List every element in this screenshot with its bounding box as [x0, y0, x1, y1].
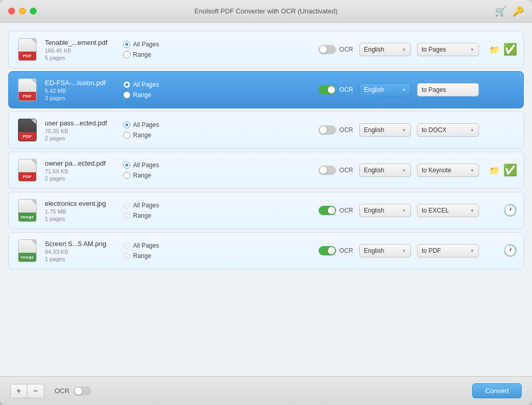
ocr-toggle[interactable] — [319, 45, 336, 54]
minimize-button[interactable] — [19, 8, 26, 14]
all-pages-radio[interactable]: All Pages — [123, 202, 170, 209]
range-radio[interactable]: Range — [123, 51, 170, 58]
language-dropdown-arrow: ▼ — [402, 208, 406, 213]
titlebar-actions: 🛒 🔑 — [495, 6, 524, 17]
range-radio-btn[interactable] — [123, 172, 130, 179]
file-type-icon: PDF — [18, 38, 37, 61]
language-dropdown[interactable]: English ▼ — [359, 123, 411, 137]
language-dropdown[interactable]: English ▼ — [359, 204, 411, 217]
all-pages-radio-btn[interactable] — [123, 242, 130, 249]
range-radio[interactable]: Range — [123, 252, 170, 260]
ocr-toggle[interactable] — [319, 125, 336, 135]
bottom-ocr-toggle[interactable] — [74, 386, 91, 396]
action-icons: 🕐 — [485, 245, 516, 257]
window-title: Enolsoft PDF Converter with OCR (Unactiv… — [194, 7, 337, 15]
language-dropdown[interactable]: English ▼ — [359, 244, 411, 257]
key-icon[interactable]: 🔑 — [512, 6, 524, 17]
file-row[interactable]: Image electronics event.jpg 1.75 MB 1 pa… — [8, 192, 524, 229]
file-row[interactable]: PDF user pass...ected.pdf 70.35 KB 2 pag… — [8, 111, 524, 149]
file-size: 1.75 MB — [45, 208, 117, 215]
clock-icon[interactable]: 🕐 — [504, 204, 516, 217]
all-pages-label: All Pages — [133, 81, 159, 88]
range-radio[interactable]: Range — [123, 91, 170, 99]
all-pages-radio-btn[interactable] — [123, 121, 130, 128]
file-icon-label: Image — [21, 255, 34, 260]
all-pages-radio[interactable]: All Pages — [123, 242, 170, 249]
file-icon-label: PDF — [23, 174, 32, 179]
add-file-button[interactable]: + — [11, 384, 27, 398]
all-pages-label: All Pages — [133, 202, 159, 209]
file-icon-wrap: PDF — [16, 157, 39, 183]
folder-icon[interactable]: 📁 — [488, 164, 501, 176]
language-dropdown[interactable]: English ▼ — [359, 43, 411, 56]
ocr-toggle[interactable] — [319, 246, 336, 255]
action-icons: 📁 ✅ — [485, 43, 516, 56]
format-dropdown[interactable]: to Pages ▼ — [417, 43, 479, 56]
ocr-toggle[interactable] — [319, 206, 336, 215]
format-dropdown[interactable]: to Keynote ▼ — [417, 164, 479, 177]
ocr-label: OCR — [339, 46, 353, 53]
all-pages-label: All Pages — [133, 121, 159, 128]
file-icon-wrap: PDF — [16, 77, 39, 103]
all-pages-radio-btn[interactable] — [123, 41, 130, 48]
language-value: English — [364, 86, 384, 93]
language-value: English — [364, 46, 384, 53]
range-radio-btn[interactable] — [123, 252, 130, 260]
file-row[interactable]: PDF Tenable_...ement.pdf 166.45 KB 5 pag… — [8, 31, 524, 68]
folder-icon[interactable]: 📁 — [488, 43, 501, 56]
ocr-toggle[interactable] — [319, 85, 336, 94]
all-pages-radio[interactable]: All Pages — [123, 81, 170, 88]
file-size: 5.42 MB — [45, 88, 117, 94]
check-icon[interactable]: ✅ — [504, 164, 516, 176]
ocr-group: OCR — [319, 206, 353, 215]
maximize-button[interactable] — [30, 8, 37, 14]
bottom-ocr-label: OCR — [55, 387, 70, 395]
range-radio-btn[interactable] — [123, 91, 130, 99]
ocr-toggle[interactable] — [319, 166, 336, 175]
all-pages-radio-btn[interactable] — [123, 81, 130, 88]
format-dropdown[interactable]: to Pages ▼ — [417, 83, 479, 96]
page-range-group: All Pages Range — [123, 242, 170, 260]
all-pages-radio[interactable]: All Pages — [123, 121, 170, 128]
file-icon-wrap: Image — [16, 238, 39, 264]
remove-file-button[interactable]: − — [27, 384, 44, 398]
format-dropdown-arrow: ▼ — [470, 249, 474, 253]
all-pages-radio-btn[interactable] — [123, 202, 130, 209]
file-info: Tenable_...ement.pdf 166.45 KB 5 pages — [45, 39, 117, 61]
all-pages-radio[interactable]: All Pages — [123, 161, 170, 169]
file-icon-label: PDF — [23, 94, 32, 99]
close-button[interactable] — [8, 8, 15, 14]
add-remove-group: + − — [10, 384, 44, 398]
language-dropdown[interactable]: English ▼ — [359, 164, 411, 177]
format-dropdown[interactable]: to PDF ▼ — [417, 244, 479, 257]
file-row[interactable]: PDF ED-FSA-...ission.pdf 5.42 MB 3 pages… — [8, 71, 524, 108]
file-row[interactable]: Image Screen S...5 AM.png 84.33 KB 1 pag… — [8, 232, 524, 269]
check-icon[interactable]: ✅ — [504, 43, 516, 56]
range-radio-btn[interactable] — [123, 132, 130, 139]
file-row[interactable]: PDF owner pa...ected.pdf 71.69 KB 2 page… — [8, 152, 524, 189]
page-range-group: All Pages Range — [123, 41, 170, 58]
convert-button[interactable]: Convert — [472, 383, 522, 398]
format-value: to Pages — [422, 86, 446, 93]
page-range-group: All Pages Range — [123, 121, 170, 139]
file-type-icon: Image — [18, 239, 37, 262]
range-radio[interactable]: Range — [123, 172, 170, 179]
all-pages-label: All Pages — [133, 242, 159, 249]
range-radio[interactable]: Range — [123, 212, 170, 219]
all-pages-radio[interactable]: All Pages — [123, 41, 170, 48]
language-dropdown-arrow: ▼ — [402, 249, 406, 253]
language-dropdown[interactable]: English ▼ — [359, 83, 411, 96]
format-dropdown[interactable]: to DOCX ▼ — [417, 123, 479, 137]
file-icon-label: PDF — [23, 54, 32, 58]
ocr-group: OCR — [319, 85, 353, 94]
file-type-icon: PDF — [18, 159, 37, 182]
format-dropdown[interactable]: to EXCEL ▼ — [417, 204, 479, 217]
range-radio-btn[interactable] — [123, 51, 130, 58]
clock-icon[interactable]: 🕐 — [504, 245, 516, 257]
range-radio[interactable]: Range — [123, 132, 170, 139]
range-radio-btn[interactable] — [123, 212, 130, 219]
all-pages-radio-btn[interactable] — [123, 161, 130, 169]
ocr-group: OCR — [319, 246, 353, 255]
cart-icon[interactable]: 🛒 — [495, 6, 506, 17]
range-label: Range — [133, 252, 151, 260]
